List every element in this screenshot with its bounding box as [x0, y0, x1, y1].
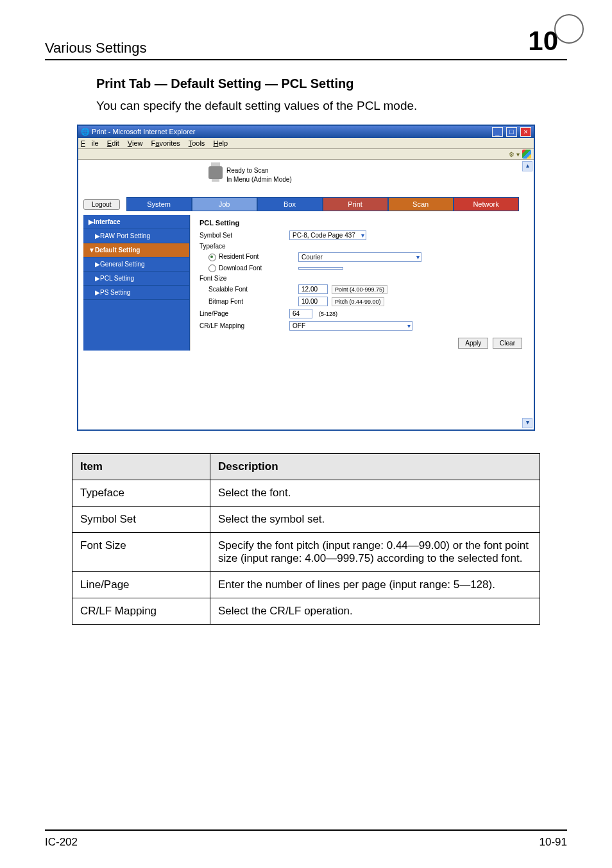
crlf-label: CR/LF Mapping	[200, 322, 289, 329]
tab-system[interactable]: System	[126, 197, 192, 211]
cell-item: Symbol Set	[72, 507, 210, 533]
bitmap-font-input[interactable]: 10.00	[298, 297, 328, 306]
ie-window: 🌐 Print - Microsoft Internet Explorer _ …	[77, 125, 535, 431]
tab-scan[interactable]: Scan	[388, 197, 454, 211]
crlf-select[interactable]: OFF	[289, 321, 412, 331]
menu-file[interactable]: File	[81, 139, 99, 147]
clear-button[interactable]: Clear	[493, 338, 522, 349]
corner-circle-decor	[554, 14, 584, 44]
menu-help[interactable]: Help	[213, 139, 228, 147]
cell-item: Line/Page	[72, 572, 210, 598]
linepage-label: Line/Page	[200, 310, 289, 317]
sidebar: ▶Interface ▶RAW Port Setting ▼Default Se…	[83, 215, 190, 351]
cell-item: Font Size	[72, 533, 210, 572]
ie-titlebar: 🌐 Print - Microsoft Internet Explorer _ …	[78, 126, 534, 138]
symbol-set-select[interactable]: PC-8, Code Page 437	[289, 230, 366, 240]
intro-text: You can specify the default setting valu…	[96, 99, 567, 113]
cell-item: Typeface	[72, 480, 210, 507]
table-header-desc: Description	[210, 454, 540, 480]
panel-title: PCL Setting	[200, 219, 522, 227]
table-header-item: Item	[72, 454, 210, 480]
sidebar-item-default-setting[interactable]: ▼Default Setting	[83, 243, 189, 257]
chapter-number: 10	[528, 26, 558, 56]
download-font-input[interactable]	[298, 267, 343, 270]
section-title: Print Tab — Default Setting — PCL Settin…	[96, 76, 567, 91]
sidebar-item-ps[interactable]: ▶PS Setting	[83, 286, 189, 300]
apply-button[interactable]: Apply	[458, 338, 488, 349]
close-icon[interactable]: ×	[520, 127, 531, 137]
table-row: Font SizeSpecify the font pitch (input r…	[72, 533, 540, 572]
windows-flag-icon[interactable]	[522, 150, 531, 159]
cell-desc: Select the CR/LF operation.	[210, 598, 540, 625]
symbol-set-label: Symbol Set	[200, 232, 289, 239]
bitmap-font-label: Bitmap Font	[208, 298, 298, 305]
linepage-hint: (5-128)	[316, 310, 340, 318]
window-buttons: _ □ ×	[491, 127, 531, 137]
gear-icon[interactable]: ⚙ ▾	[509, 151, 520, 158]
sidebar-item-general[interactable]: ▶General Setting	[83, 257, 189, 272]
scalable-font-input[interactable]: 12.00	[298, 284, 328, 294]
status-mode: In Menu (Admin Mode)	[226, 175, 292, 184]
menu-favorites[interactable]: Favorites	[151, 139, 180, 147]
tab-job[interactable]: Job	[192, 197, 257, 211]
cell-desc: Enter the number of lines per page (inpu…	[210, 572, 540, 598]
menu-edit[interactable]: Edit	[107, 139, 119, 147]
minimize-icon[interactable]: _	[492, 127, 503, 137]
page-header-right: 10	[528, 26, 567, 56]
download-font-label: Download Font	[219, 265, 262, 272]
printer-icon	[208, 166, 223, 179]
typeface-label: Typeface	[200, 243, 289, 250]
cell-desc: Select the font.	[210, 480, 540, 507]
sidebar-item-interface[interactable]: ▶Interface	[83, 215, 189, 229]
scalable-font-label: Scalable Font	[208, 286, 298, 293]
scroll-down-icon[interactable]: ▾	[522, 418, 532, 428]
sidebar-item-pcl[interactable]: ▶PCL Setting	[83, 272, 189, 286]
page-header-left: Various Settings	[45, 40, 147, 56]
bitmap-font-hint: Pitch (0.44-99.00)	[332, 297, 384, 306]
cell-desc: Select the symbol set.	[210, 507, 540, 533]
resident-font-label: Resident Font	[219, 253, 259, 260]
cell-desc: Specify the font pitch (input range: 0.4…	[210, 533, 540, 572]
download-font-radio[interactable]	[208, 265, 216, 272]
footer-left: IC-202	[45, 836, 78, 849]
maximize-icon[interactable]: □	[506, 127, 517, 137]
ie-title: Print - Microsoft Internet Explorer	[92, 128, 195, 135]
scalable-font-hint: Point (4.00-999.75)	[332, 285, 387, 294]
table-row: Symbol SetSelect the symbol set.	[72, 507, 540, 533]
scroll-up-icon[interactable]: ▴	[522, 161, 532, 171]
table-row: CR/LF MappingSelect the CR/LF operation.	[72, 598, 540, 625]
menu-tools[interactable]: Tools	[189, 139, 205, 147]
tab-network[interactable]: Network	[454, 197, 519, 211]
table-row: Line/PageEnter the number of lines per p…	[72, 572, 540, 598]
description-table: Item Description TypefaceSelect the font…	[72, 453, 540, 625]
tab-print[interactable]: Print	[323, 197, 388, 211]
footer-right: 10-91	[540, 836, 567, 849]
font-size-label: Font Size	[200, 275, 289, 282]
cell-item: CR/LF Mapping	[72, 598, 210, 625]
ie-toolbar: ⚙ ▾	[78, 149, 534, 160]
tab-box[interactable]: Box	[257, 197, 323, 211]
resident-font-radio[interactable]	[208, 254, 216, 261]
menu-view[interactable]: View	[128, 139, 143, 147]
status-ready: Ready to Scan	[226, 166, 292, 175]
pcl-panel: PCL Setting Symbol Set PC-8, Code Page 4…	[190, 215, 529, 351]
sidebar-item-raw-port[interactable]: ▶RAW Port Setting	[83, 229, 189, 243]
logout-button[interactable]: Logout	[83, 199, 120, 210]
table-row: TypefaceSelect the font.	[72, 480, 540, 507]
ie-content: ▴ ▾ Ready to Scan In Menu (Admin Mode) L…	[78, 160, 534, 430]
ie-menubar: File Edit View Favorites Tools Help	[78, 138, 534, 149]
linepage-input[interactable]: 64	[289, 309, 312, 318]
resident-font-select[interactable]: Courier	[298, 252, 421, 262]
